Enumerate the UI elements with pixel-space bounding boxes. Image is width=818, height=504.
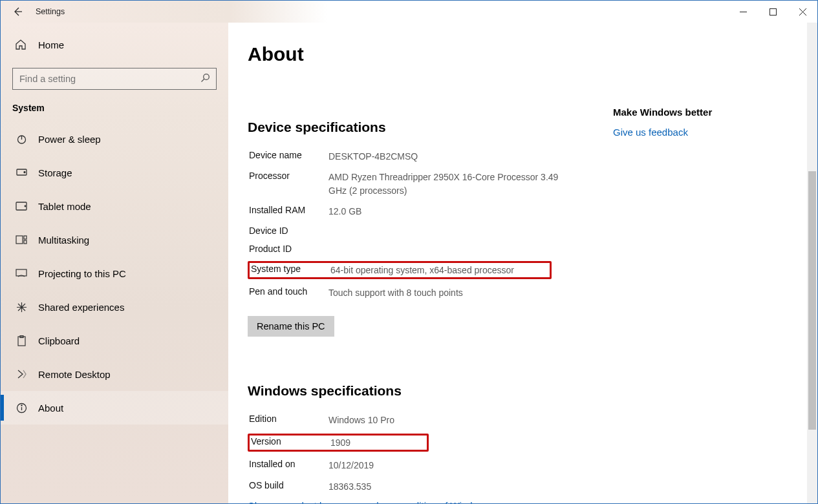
spec-label: Device ID — [249, 226, 328, 236]
search-container — [12, 68, 217, 90]
spec-label: Device name — [249, 150, 328, 163]
close-button[interactable] — [788, 1, 817, 22]
spec-value: 64-bit operating system, x64-based proce… — [330, 264, 514, 277]
sidebar-home[interactable]: Home — [1, 32, 228, 58]
scrollbar[interactable] — [807, 23, 817, 503]
spec-label: Edition — [249, 414, 328, 426]
sidebar-item-label: Remote Desktop — [38, 369, 111, 380]
window-title: Settings — [36, 7, 65, 16]
page-title: About — [248, 43, 817, 65]
sidebar-item-remote-desktop[interactable]: Remote Desktop — [1, 357, 228, 391]
sidebar-home-label: Home — [38, 39, 64, 50]
sidebar-item-clipboard[interactable]: Clipboard — [1, 324, 228, 357]
rename-pc-button[interactable]: Rename this PC — [248, 316, 334, 337]
sidebar-item-label: Storage — [38, 167, 72, 178]
minimize-button[interactable] — [728, 1, 758, 22]
change-product-key-link[interactable]: Change product key or upgrade your editi… — [248, 500, 817, 503]
titlebar: Settings — [1, 1, 817, 23]
spec-value: 1909 — [330, 436, 350, 449]
spec-processor: Processor AMD Ryzen Threadripper 2950X 1… — [248, 170, 817, 198]
spec-value: Touch support with 8 touch points — [328, 286, 463, 299]
home-icon — [15, 39, 27, 50]
search-input[interactable] — [12, 68, 217, 90]
power-icon — [15, 134, 28, 145]
minimize-icon — [740, 8, 747, 16]
sidebar-item-label: About — [38, 403, 63, 414]
clipboard-icon — [15, 335, 28, 346]
sidebar-item-projecting[interactable]: Projecting to this PC — [1, 257, 228, 290]
spec-label: Pen and touch — [249, 286, 328, 299]
spec-device-id: Device ID — [248, 225, 817, 236]
spec-label: Processor — [249, 171, 328, 197]
svg-rect-8 — [16, 236, 23, 244]
remote-desktop-icon — [15, 369, 28, 379]
svg-point-15 — [21, 404, 21, 405]
back-button[interactable] — [8, 3, 27, 21]
spec-value: 18363.535 — [328, 480, 371, 493]
tablet-icon — [15, 202, 28, 211]
maximize-icon — [770, 8, 777, 16]
sidebar-group-label: System — [1, 103, 228, 113]
sidebar-item-label: Clipboard — [38, 335, 80, 346]
sidebar-item-power-sleep[interactable]: Power & sleep — [1, 122, 228, 156]
about-icon — [15, 403, 28, 414]
spec-value: 10/12/2019 — [328, 459, 374, 472]
spec-value: Windows 10 Pro — [328, 414, 394, 426]
sidebar: Home System Power & sleep Storage — [1, 23, 228, 503]
sidebar-item-label: Multitasking — [38, 235, 89, 246]
svg-rect-9 — [24, 236, 27, 239]
windows-spec-heading: Windows specifications — [248, 383, 817, 399]
window-controls — [728, 1, 817, 22]
spec-installed-on: Installed on 10/12/2019 — [248, 458, 817, 472]
sidebar-item-label: Power & sleep — [38, 134, 101, 145]
spec-ram: Installed RAM 12.0 GB — [248, 204, 817, 218]
multitasking-icon — [15, 235, 28, 244]
close-icon — [799, 8, 806, 16]
sidebar-item-tablet-mode[interactable]: Tablet mode — [1, 189, 228, 223]
spec-value: 12.0 GB — [328, 205, 361, 218]
projecting-icon — [15, 269, 28, 278]
shared-experiences-icon — [15, 302, 28, 313]
spec-os-build: OS build 18363.535 — [248, 479, 817, 494]
maximize-button[interactable] — [758, 1, 788, 22]
right-pane-heading: Make Windows better — [613, 107, 712, 118]
sidebar-item-storage[interactable]: Storage — [1, 156, 228, 189]
scrollbar-thumb[interactable] — [808, 171, 816, 430]
search-icon — [200, 73, 210, 85]
spec-label: Version — [251, 436, 330, 449]
spec-version: Version 1909 — [248, 434, 429, 452]
sidebar-item-label: Shared experiences — [38, 302, 124, 313]
svg-point-5 — [24, 172, 25, 173]
spec-system-type: System type 64-bit operating system, x64… — [248, 261, 552, 279]
right-pane: Make Windows better Give us feedback — [613, 107, 712, 138]
arrow-left-icon — [12, 6, 23, 17]
sidebar-item-about[interactable]: About — [1, 391, 228, 425]
spec-label: Product ID — [249, 244, 328, 254]
spec-product-id: Product ID — [248, 243, 817, 255]
sidebar-item-multitasking[interactable]: Multitasking — [1, 223, 228, 257]
spec-label: System type — [251, 264, 330, 277]
svg-rect-1 — [770, 8, 776, 15]
svg-rect-0 — [740, 12, 747, 12]
sidebar-item-shared-experiences[interactable]: Shared experiences — [1, 290, 228, 324]
sidebar-item-label: Tablet mode — [38, 201, 91, 212]
spec-label: OS build — [249, 480, 328, 493]
device-spec-heading: Device specifications — [248, 120, 817, 135]
svg-rect-10 — [24, 240, 27, 244]
storage-icon — [15, 169, 28, 176]
main-content: About Device specifications Device name … — [228, 23, 817, 503]
spec-label: Installed on — [249, 459, 328, 472]
spec-value: AMD Ryzen Threadripper 2950X 16-Core Pro… — [328, 171, 561, 197]
spec-label: Installed RAM — [249, 205, 328, 218]
svg-point-7 — [25, 205, 26, 207]
spec-edition: Edition Windows 10 Pro — [248, 413, 817, 427]
sidebar-item-label: Projecting to this PC — [38, 268, 126, 279]
feedback-link[interactable]: Give us feedback — [613, 127, 712, 138]
spec-device-name: Device name DESKTOP-4B2CMSQ — [248, 149, 817, 163]
spec-value: DESKTOP-4B2CMSQ — [328, 150, 418, 163]
spec-pen-touch: Pen and touch Touch support with 8 touch… — [248, 286, 817, 300]
